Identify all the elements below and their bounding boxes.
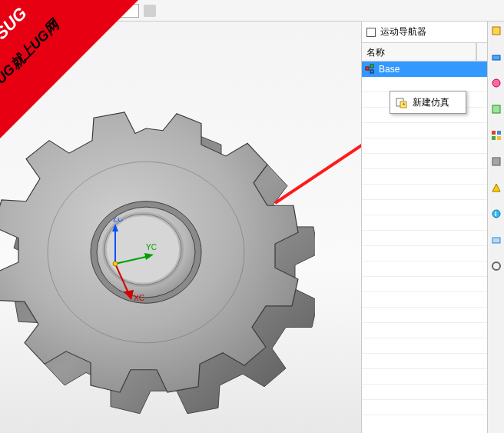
svg-rect-30 [492,158,500,165]
svg-marker-8 [144,253,154,260]
svg-rect-23 [492,55,500,60]
svg-point-24 [492,79,500,87]
svg-rect-15 [370,65,373,68]
tree-root-label: Base [379,64,400,75]
svg-rect-22 [492,27,500,35]
tree-root-icon [365,64,376,75]
toolbar-button[interactable] [90,5,102,17]
svg-line-7 [115,256,149,264]
motion-navigator-panel: 运动导航器 名称 Base * 新建仿真 [362,22,487,433]
svg-rect-28 [492,136,496,140]
column-name[interactable]: 名称 [362,43,476,61]
tree-grid [362,77,487,433]
right-icon-strip: i [487,22,504,433]
svg-rect-33 [492,238,500,243]
csys-triad[interactable]: ZC YC XC [77,218,169,310]
strip-icon[interactable] [490,77,502,89]
svg-point-11 [113,261,118,266]
svg-rect-25 [492,105,500,113]
axis-x-label: XC [134,294,144,302]
new-sim-icon: * [396,96,408,108]
strip-icon[interactable]: i [490,208,502,220]
column-extra[interactable] [476,43,487,61]
svg-rect-16 [370,70,373,73]
toolbar-button[interactable] [22,5,35,17]
column-header-row: 名称 [362,43,487,62]
svg-rect-14 [366,67,369,70]
toolbar-button[interactable] [144,5,156,17]
menu-item-label: 新建仿真 [413,96,449,109]
svg-line-12 [275,135,361,203]
3d-viewport[interactable]: ZC YC XC [0,22,361,433]
svg-marker-6 [112,224,118,231]
toolbar-button[interactable] [5,5,18,17]
strip-icon[interactable] [490,155,502,168]
svg-text:i: i [495,210,497,218]
svg-rect-29 [497,136,501,140]
panel-header: 运动导航器 [362,22,487,43]
strip-icon[interactable] [490,103,502,115]
strip-icon[interactable] [490,51,502,63]
menu-item-new-simulation[interactable]: * 新建仿真 [393,94,463,111]
strip-icon[interactable] [490,129,502,142]
svg-marker-10 [124,290,134,300]
tree-row-root[interactable]: Base [362,62,487,77]
strip-icon[interactable] [490,182,502,194]
toolbar-combo[interactable] [107,4,139,18]
strip-icon[interactable] [490,260,502,272]
toolbar-combo[interactable] [46,4,78,18]
panel-title: 运动导航器 [380,25,426,38]
context-menu: * 新建仿真 [390,91,466,114]
panel-checkbox-icon[interactable] [366,28,376,37]
svg-rect-27 [497,131,501,135]
top-toolbar [0,0,504,22]
strip-icon[interactable] [490,234,502,246]
axis-y-label: YC [146,243,157,251]
svg-point-34 [492,262,500,270]
svg-rect-26 [492,131,496,135]
strip-icon[interactable] [490,25,502,37]
annotation-arrow [261,129,361,214]
axis-z-label: ZC [113,218,123,223]
svg-line-9 [115,264,129,295]
